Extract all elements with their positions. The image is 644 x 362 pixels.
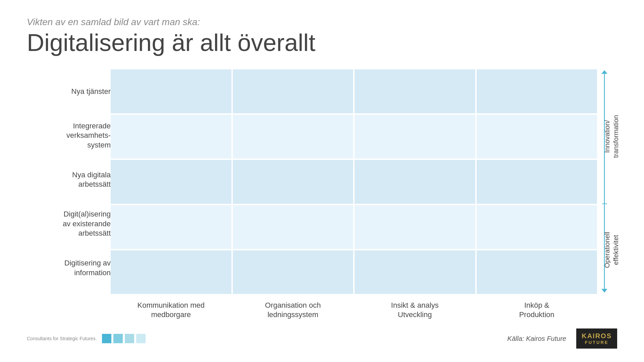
footer: Consultants for Strategic Futures. Källa… (27, 327, 617, 349)
main-content: Nya tjänster Integreradeverksamhets-syst… (27, 69, 617, 323)
logo-kairos: KAIROS (582, 332, 612, 340)
cell-r4-c2 (233, 205, 354, 249)
main-title: Digitalisering är allt överallt (27, 29, 617, 56)
subtitle: Vikten av en samlad bild av vart man ska… (27, 17, 617, 27)
matrix-grid (111, 69, 597, 294)
sq4 (136, 334, 146, 343)
innovation-label: Innovation/transformation (605, 69, 617, 204)
cell-r3-c4 (477, 160, 597, 204)
cell-r3-c3 (355, 160, 475, 204)
cell-r1-c2 (233, 69, 354, 113)
footer-squares (102, 334, 146, 343)
row-labels: Nya tjänster Integreradeverksamhets-syst… (27, 69, 111, 323)
sq3 (125, 334, 134, 343)
sq1 (102, 334, 111, 343)
row-label-4: Digit(al)iseringav existerandearbetssätt (27, 202, 111, 246)
cell-r1-c1 (111, 69, 231, 113)
cell-r5-c2 (233, 250, 354, 294)
column-labels: Kommunikation medmedborgare Organisation… (111, 297, 597, 323)
side-arrow-container: Innovation/transformation Operationellef… (597, 69, 617, 323)
grid-and-side: Kommunikation medmedborgare Organisation… (111, 69, 617, 323)
footer-tagline: Consultants for Strategic Futures. (27, 336, 97, 341)
col-label-1: Kommunikation medmedborgare (111, 297, 231, 323)
footer-left: Consultants for Strategic Futures. (27, 334, 146, 343)
source-label: Källa: Kairos Future (507, 335, 567, 343)
cell-r2-c3 (355, 115, 475, 159)
kairos-future-logo: KAIROS FUTURE (576, 328, 617, 349)
slide: Vikten av en samlad bild av vart man ska… (0, 0, 644, 362)
logo-future: FUTURE (585, 340, 609, 345)
col-label-4: Inköp &Produktion (477, 297, 597, 323)
cell-r4-c4 (477, 205, 597, 249)
grid-wrapper: Kommunikation medmedborgare Organisation… (111, 69, 597, 323)
cell-r1-c4 (477, 69, 597, 113)
cell-r5-c3 (355, 250, 475, 294)
row-label-3: Nya digitalaarbetssätt (27, 158, 111, 202)
cell-r1-c3 (355, 69, 475, 113)
operational-label: Operationelleffektivitet (605, 206, 617, 294)
cell-r3-c2 (233, 160, 354, 204)
footer-right: Källa: Kairos Future KAIROS FUTURE (507, 328, 617, 349)
cell-r4-c3 (355, 205, 475, 249)
col-label-2: Organisation ochledningssystem (233, 297, 354, 323)
cell-r2-c2 (233, 115, 354, 159)
row-label-5: Digitisering avinformation (27, 246, 111, 290)
cell-r2-c4 (477, 115, 597, 159)
sq2 (113, 334, 123, 343)
row-label-2: Integreradeverksamhets-system (27, 114, 111, 158)
header: Vikten av en samlad bild av vart man ska… (27, 17, 617, 56)
cell-r4-c1 (111, 205, 231, 249)
cell-r5-c4 (477, 250, 597, 294)
side-arrow: Innovation/transformation Operationellef… (597, 69, 617, 293)
row-label-1: Nya tjänster (27, 69, 111, 114)
col-label-3: Insikt & analysUtveckling (355, 297, 475, 323)
cell-r2-c1 (111, 115, 231, 159)
cell-r5-c1 (111, 250, 231, 294)
cell-r3-c1 (111, 160, 231, 204)
